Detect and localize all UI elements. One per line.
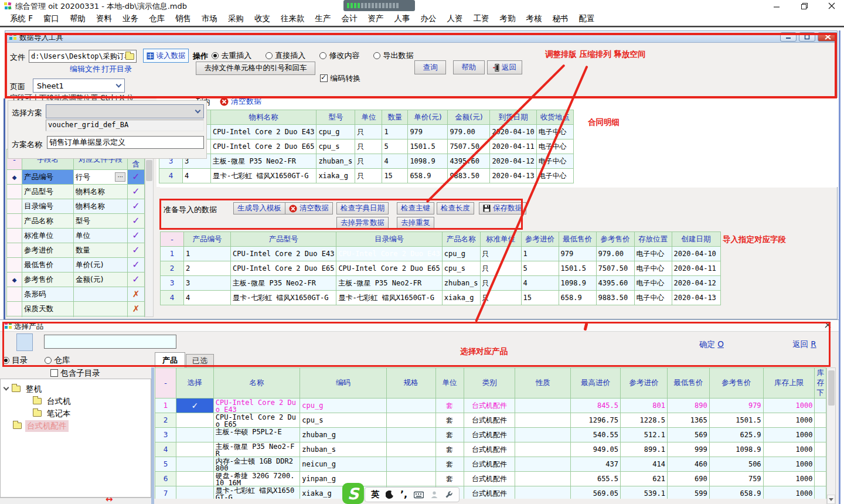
table-row[interactable]: 44显卡-七彩虹 镭风X1650GT-Gxiaka_g只15658.99883.… (159, 169, 574, 183)
column-header[interactable]: 创建日期 (672, 232, 720, 247)
table-cell[interactable]: 主板-微星 P35 Neo2-FR (336, 276, 442, 291)
table-cell[interactable]: 540.55 (571, 428, 621, 442)
table-cell[interactable]: cpu_g (300, 399, 387, 413)
table-cell[interactable]: 金额(元) (74, 273, 128, 287)
table-cell[interactable]: 1000 (763, 413, 815, 428)
scrollbar-thumb[interactable] (828, 370, 835, 406)
sogou-logo-icon[interactable]: S (342, 483, 364, 504)
table-cell[interactable]: 2020-04-13 (490, 169, 536, 183)
table-cell[interactable]: 电子中心 (634, 247, 672, 261)
table-cell[interactable]: 保质天数 (22, 302, 74, 316)
table-cell[interactable]: 目录编号 (22, 199, 74, 214)
table-cell[interactable]: 物料名称 (74, 199, 128, 214)
table-row[interactable]: 目录编号物料名称✓ (7, 199, 145, 214)
table-cell[interactable]: 单位 (74, 229, 128, 243)
scroll-down-button[interactable] (827, 495, 835, 504)
column-header[interactable]: 最低售价 (559, 232, 596, 247)
menu-item[interactable]: 系统 F (5, 12, 38, 25)
table-cell[interactable]: 979.00 (448, 125, 490, 139)
column-header[interactable]: 型号 (316, 110, 355, 125)
table-cell[interactable]: 台式机配件 (464, 472, 515, 486)
table-cell[interactable]: 1000 (763, 472, 815, 486)
table-cell[interactable]: 内存-金士顿 1GB DDR2 800 (213, 457, 300, 472)
table-cell[interactable] (7, 185, 22, 199)
table-row[interactable]: 参考进价数量✓ (7, 243, 145, 258)
table-cell[interactable] (815, 457, 826, 472)
tree-item[interactable]: 笔记本 (1, 407, 151, 420)
table-cell[interactable]: 1000 (763, 486, 815, 499)
table-cell[interactable]: 3 (161, 276, 184, 291)
table-cell[interactable]: 1 (521, 247, 559, 261)
menu-item[interactable]: 考核 (521, 12, 547, 25)
tree-item[interactable]: 台式机配件 (1, 420, 151, 432)
table-cell[interactable] (7, 287, 22, 302)
table-cell[interactable]: 658.9 (408, 169, 448, 183)
table-cell[interactable]: 只 (480, 247, 521, 261)
table-row[interactable]: ◆产品编号行号···✓ (7, 170, 145, 185)
table-row[interactable]: 2CPU-Intel Core 2 Duo E65cpu_s套台式机配件1296… (155, 413, 826, 428)
menu-item[interactable]: 办公 (416, 12, 442, 25)
tree-item[interactable]: 台式机 (1, 395, 151, 407)
table-row[interactable]: 11CPU-Intel Core 2 Duo E43cpu_g只1979979.… (159, 125, 574, 139)
product-grid-scrollbar[interactable] (826, 367, 836, 504)
table-cell[interactable] (386, 413, 435, 428)
table-cell[interactable]: 1228.5 (621, 413, 668, 428)
column-header[interactable]: 参考售价 (596, 232, 634, 247)
table-cell[interactable]: 主板-微星 P35 Neo2-FR (211, 154, 316, 169)
table-cell[interactable]: zhuban_s (316, 154, 355, 169)
table-cell[interactable]: 1365 (667, 413, 709, 428)
column-header[interactable]: 库存上限 (763, 368, 815, 399)
column-header[interactable]: 最低售价 (667, 368, 709, 399)
table-cell[interactable]: 电子中心 (634, 276, 672, 291)
table-cell[interactable]: 主板-华硕 P5PL2-E (213, 428, 300, 442)
table-cell[interactable]: 套 (435, 428, 464, 442)
table-cell[interactable]: 2 (184, 261, 231, 276)
ime-language-toggle[interactable]: 英 (371, 489, 379, 500)
minimize-button[interactable] (765, 0, 788, 12)
table-cell[interactable]: 658.9 (709, 486, 763, 499)
table-cell[interactable]: 2020-04-10 (672, 247, 720, 261)
table-cell[interactable]: 506 (709, 457, 763, 472)
table-cell[interactable]: 599 (667, 486, 709, 499)
table-cell[interactable]: ✓ (128, 243, 145, 258)
table-cell[interactable] (815, 413, 826, 428)
table-cell[interactable]: 890 (667, 399, 709, 413)
table-cell[interactable]: 1 (155, 399, 176, 413)
table-cell[interactable]: ✓ (128, 229, 145, 243)
table-cell[interactable] (515, 442, 571, 457)
table-cell[interactable]: 999 (667, 442, 709, 457)
table-cell[interactable] (176, 486, 213, 499)
table-cell[interactable]: 5 (382, 139, 408, 154)
table-cell[interactable]: 979 (559, 247, 596, 261)
table-cell[interactable]: 4 (155, 442, 176, 457)
table-row[interactable]: 33主板-微星 P35 Neo2-FR主板-微星 P35 Neo2-FRzhub… (161, 276, 721, 291)
table-cell[interactable]: 产品名称 (22, 214, 74, 229)
table-cell[interactable] (815, 399, 826, 413)
table-cell[interactable]: 型号 (74, 214, 128, 229)
table-cell[interactable]: 硬盘-希捷 320G 7200.10 16M (213, 472, 300, 486)
table-cell[interactable] (176, 457, 213, 472)
table-cell[interactable] (515, 399, 571, 413)
table-cell[interactable]: ✓ (128, 273, 145, 287)
menu-item[interactable]: 生产 (310, 12, 336, 25)
table-cell[interactable]: 2020-04-11 (490, 139, 536, 154)
table-cell[interactable]: 只 (355, 169, 382, 183)
table-cell[interactable]: 1000 (763, 442, 815, 457)
table-row[interactable]: 22CPU-Intel Core 2 Duo E65cpu_s只51501.57… (159, 139, 574, 154)
table-row[interactable]: 产品名称型号✓ (7, 214, 145, 229)
scheme-name-input[interactable] (47, 136, 204, 149)
table-row[interactable]: 规格✗ (7, 316, 145, 318)
table-row[interactable]: 6硬盘-希捷 320G 7200.10 16Myinpan_g套台式机配件655… (155, 472, 826, 486)
table-row[interactable]: 保质天数✗ (7, 302, 145, 316)
mapping-grid-scrollbar[interactable] (145, 149, 154, 317)
table-cell[interactable]: 801 (621, 399, 668, 413)
table-cell[interactable]: 只 (355, 154, 382, 169)
table-cell[interactable]: 7 (155, 486, 176, 499)
table-cell[interactable]: CPU-Intel Core 2 Duo E43 (211, 125, 316, 139)
table-cell[interactable] (515, 413, 571, 428)
user-icon[interactable] (430, 491, 438, 499)
table-cell[interactable]: 4 (184, 291, 231, 305)
table-cell[interactable]: 标准单位 (22, 229, 74, 243)
table-cell[interactable] (7, 316, 22, 318)
column-header[interactable]: 参考进价 (521, 232, 559, 247)
